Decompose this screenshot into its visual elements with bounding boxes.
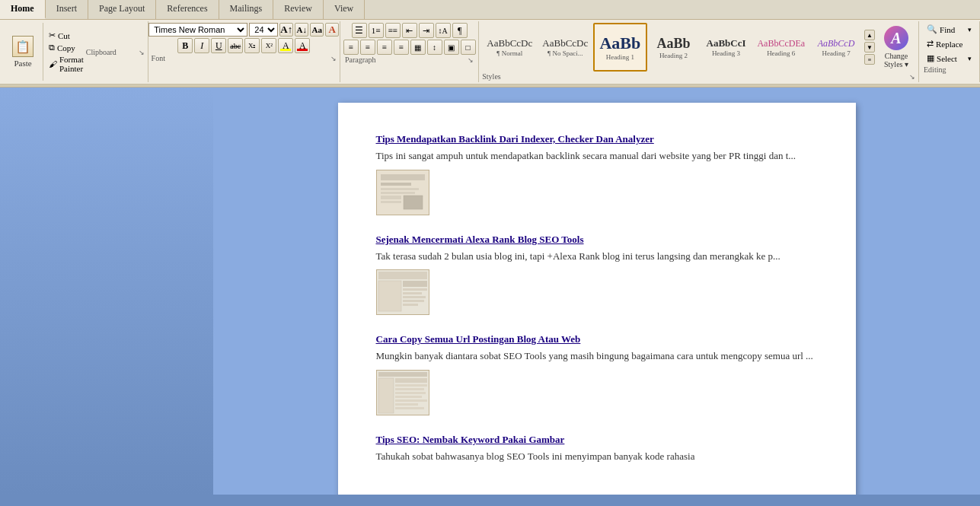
superscript-button[interactable]: X² bbox=[261, 38, 276, 53]
paragraph-expand-icon[interactable]: ↘ bbox=[468, 56, 474, 64]
copy-button[interactable]: ⧉ Copy bbox=[46, 42, 86, 53]
font-color-button[interactable]: A bbox=[295, 38, 310, 53]
line-spacing-button[interactable]: ↕ bbox=[427, 40, 442, 55]
tab-mailings[interactable]: Mailings bbox=[219, 0, 274, 19]
style-nospace-preview: AaBbCcDc bbox=[542, 37, 588, 49]
style-heading3-button[interactable]: AaBbCcI Heading 3 bbox=[701, 23, 752, 72]
paragraph-group: ☰ 1≡ ≡≡ ⇤ ⇥ ↕A ¶ ≡ ≡ ≡ ≡ ▦ ↕ ▣ □ Paragra… bbox=[340, 21, 479, 82]
bullets-button[interactable]: ☰ bbox=[352, 23, 367, 38]
tab-view[interactable]: View bbox=[324, 0, 365, 19]
columns-button[interactable]: ▦ bbox=[410, 40, 426, 55]
cut-button[interactable]: ✂ Cut bbox=[46, 30, 86, 41]
bold-button[interactable]: B bbox=[177, 38, 193, 53]
multilevel-list-button[interactable]: ≡≡ bbox=[385, 23, 401, 38]
editing-group-label: Editing bbox=[924, 65, 946, 74]
scissors-icon: ✂ bbox=[49, 30, 56, 40]
style-heading2-button[interactable]: AaBb Heading 2 bbox=[648, 23, 700, 72]
ribbon-bottom-border bbox=[0, 84, 980, 87]
svg-rect-9 bbox=[378, 272, 427, 279]
shading-button[interactable]: ▣ bbox=[444, 40, 459, 55]
borders-button[interactable]: □ bbox=[461, 40, 476, 55]
styles-group: AaBbCcDc ¶ Normal AaBbCcDc ¶ No Spaci...… bbox=[479, 21, 919, 82]
tab-references[interactable]: References bbox=[156, 0, 219, 19]
strikethrough-button[interactable]: abc bbox=[228, 38, 243, 53]
styles-expand-button[interactable]: ≡ bbox=[864, 54, 875, 65]
svg-rect-3 bbox=[381, 188, 419, 190]
style-heading7-button[interactable]: AaBbCcD Heading 7 bbox=[810, 23, 862, 72]
style-heading6-button[interactable]: AaBbCcDEa Heading 6 bbox=[753, 23, 810, 72]
font-size-select[interactable]: 24 bbox=[249, 23, 278, 37]
article-1-title[interactable]: Tips Mendapatkan Backlink Dari Indexer, … bbox=[376, 133, 818, 145]
select-button[interactable]: ▦ Select ▾ bbox=[924, 52, 975, 65]
replace-button[interactable]: ⇄ Replace bbox=[924, 37, 975, 50]
styles-group-label: Styles bbox=[482, 72, 500, 81]
style-h7-label: Heading 7 bbox=[822, 49, 850, 57]
change-styles-button[interactable]: A ChangeStyles ▾ bbox=[877, 23, 915, 72]
subscript-button[interactable]: X₂ bbox=[244, 38, 260, 53]
svg-rect-20 bbox=[395, 378, 427, 383]
show-marks-button[interactable]: ¶ bbox=[452, 23, 468, 38]
styles-scroll-buttons: ▲ ▼ ≡ bbox=[864, 30, 875, 65]
article-1-image bbox=[376, 170, 429, 215]
tab-insert[interactable]: Insert bbox=[46, 0, 88, 19]
svg-rect-15 bbox=[403, 300, 424, 302]
copy-icon: ⧉ bbox=[49, 43, 55, 53]
styles-scroll-up-button[interactable]: ▲ bbox=[864, 30, 875, 40]
grow-font-button[interactable]: A↑ bbox=[279, 23, 293, 37]
clear-formatting-button[interactable]: A bbox=[325, 23, 339, 37]
style-normal-label: ¶ Normal bbox=[496, 49, 522, 57]
font-family-select[interactable]: Times New Roman bbox=[148, 23, 247, 37]
sort-button[interactable]: ↕A bbox=[436, 23, 451, 38]
svg-rect-14 bbox=[403, 296, 426, 298]
style-nospace-button[interactable]: AaBbCcDc ¶ No Spaci... bbox=[538, 23, 592, 72]
numbering-button[interactable]: 1≡ bbox=[369, 23, 384, 38]
svg-rect-26 bbox=[395, 403, 418, 406]
document-area: Tips Mendapatkan Backlink Dari Indexer, … bbox=[213, 88, 980, 495]
clipboard-group: 📋 Paste ✂ Cut ⧉ Copy 🖌 Format Painter bbox=[0, 21, 148, 82]
replace-label: Replace bbox=[936, 40, 962, 49]
shrink-font-button[interactable]: A↓ bbox=[295, 23, 308, 37]
paste-button[interactable]: 📋 Paste bbox=[8, 33, 38, 71]
svg-rect-10 bbox=[378, 281, 401, 311]
font-expand-icon[interactable]: ↘ bbox=[330, 55, 337, 62]
align-center-button[interactable]: ≡ bbox=[360, 40, 375, 55]
decrease-indent-button[interactable]: ⇤ bbox=[402, 23, 417, 38]
svg-rect-27 bbox=[395, 407, 424, 409]
article-3-title[interactable]: Cara Copy Semua Url Postingan Blog Atau … bbox=[376, 333, 818, 345]
font-group: Times New Roman 24 A↑ A↓ Aa A B I U abc … bbox=[148, 21, 340, 82]
svg-rect-25 bbox=[395, 399, 427, 402]
styles-scroll-down-button[interactable]: ▼ bbox=[864, 42, 875, 53]
underline-button[interactable]: U bbox=[211, 38, 226, 53]
article-3: Cara Copy Semua Url Postingan Blog Atau … bbox=[376, 333, 818, 415]
svg-rect-2 bbox=[381, 183, 411, 186]
style-h2-preview: AaBb bbox=[656, 36, 690, 52]
svg-rect-5 bbox=[404, 196, 423, 209]
style-normal-button[interactable]: AaBbCcDc ¶ Normal bbox=[482, 23, 537, 72]
increase-indent-button[interactable]: ⇥ bbox=[419, 23, 434, 38]
tab-page-layout[interactable]: Page Layout bbox=[88, 0, 156, 19]
align-right-button[interactable]: ≡ bbox=[377, 40, 392, 55]
tab-review[interactable]: Review bbox=[273, 0, 324, 19]
article-4-title[interactable]: Tips SEO: Nembak Keyword Pakai Gambar bbox=[376, 434, 818, 446]
format-painter-label: Format Painter bbox=[59, 55, 84, 73]
svg-rect-21 bbox=[395, 384, 427, 387]
article-3-thumbnail bbox=[377, 371, 429, 415]
svg-rect-23 bbox=[395, 392, 426, 394]
change-styles-icon: A bbox=[884, 26, 908, 50]
text-highlight-button[interactable]: A bbox=[278, 38, 293, 53]
clipboard-group-label: Clipboard bbox=[86, 48, 117, 56]
clipboard-expand-icon[interactable]: ↘ bbox=[139, 49, 145, 56]
style-h6-label: Heading 6 bbox=[767, 49, 795, 57]
styles-expand-icon[interactable]: ↘ bbox=[909, 73, 915, 81]
article-2: Sejenak Mencermati Alexa Rank Blog SEO T… bbox=[376, 234, 818, 316]
change-case-button[interactable]: Aa bbox=[310, 23, 324, 37]
tab-home[interactable]: Home bbox=[0, 0, 46, 19]
style-heading1-button[interactable]: AaBb Heading 1 bbox=[593, 23, 646, 72]
article-2-title[interactable]: Sejenak Mencermati Alexa Rank Blog SEO T… bbox=[376, 234, 818, 246]
italic-button[interactable]: I bbox=[194, 38, 209, 53]
format-painter-button[interactable]: 🖌 Format Painter bbox=[46, 54, 86, 74]
find-label: Find bbox=[940, 25, 955, 34]
find-button[interactable]: 🔍 Find ▾ bbox=[924, 23, 975, 36]
justify-button[interactable]: ≡ bbox=[394, 40, 409, 55]
align-left-button[interactable]: ≡ bbox=[343, 40, 359, 55]
